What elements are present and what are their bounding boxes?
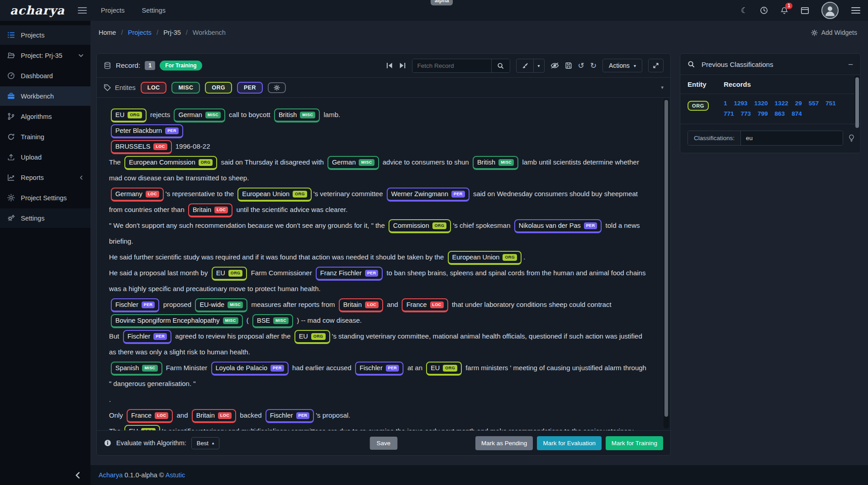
nav-link-settings[interactable]: Settings — [142, 7, 165, 14]
entity-annotation-per[interactable]: FischlerPER — [355, 362, 403, 376]
entity-annotation-org[interactable]: EUORG — [124, 425, 160, 430]
breadcrumb-prj-35[interactable]: Prj-35 — [163, 29, 181, 36]
record-link[interactable]: 863 — [775, 110, 785, 117]
record-link[interactable]: 771 — [724, 110, 734, 117]
entity-annotation-per[interactable]: FischlerPER — [266, 409, 314, 423]
entity-annotation-per[interactable]: FischlerPER — [123, 330, 171, 344]
entity-filter-misc[interactable]: MISC — [171, 82, 200, 94]
breadcrumb-home[interactable]: Home — [99, 29, 116, 36]
entity-annotation-per[interactable]: Loyola de PalacioPER — [211, 362, 289, 376]
panel-scrollbar-thumb[interactable] — [855, 77, 859, 128]
entity-annotation-loc[interactable]: GermanyLOC — [111, 188, 164, 202]
entity-annotation-misc[interactable]: Bovine Spongiform EncephalopathyMISC — [111, 314, 243, 328]
sidebar-item-settings[interactable]: Settings — [0, 208, 90, 228]
window-layout-icon[interactable] — [801, 7, 809, 14]
collapse-panel-button[interactable]: − — [848, 60, 853, 69]
collapse-sidebar-button[interactable] — [75, 472, 81, 479]
clock-icon[interactable] — [760, 6, 768, 14]
footer-app-link[interactable]: Acharya — [99, 471, 123, 479]
entity-filter-org[interactable]: ORG — [205, 82, 232, 94]
eye-slash-button[interactable] — [550, 62, 559, 69]
entity-annotation-per[interactable]: Franz FischlerPER — [316, 267, 383, 281]
avatar[interactable] — [821, 2, 839, 19]
sidebar-item-workbench[interactable]: Workbench — [0, 86, 90, 106]
entity-annotation-misc[interactable]: BritishMISC — [473, 156, 518, 170]
entity-annotation-misc[interactable]: SpanishMISC — [111, 362, 162, 376]
skip-start-button[interactable] — [386, 62, 393, 69]
record-link[interactable]: 1293 — [734, 100, 748, 107]
algorithm-select[interactable]: Best ▴ — [191, 437, 220, 449]
dark-mode-moon-icon[interactable]: ☾ — [741, 6, 748, 15]
sidebar-item-project-prj-35[interactable]: Project: Prj-35 — [0, 46, 90, 65]
sidebar-item-algorithms[interactable]: Algorithms — [0, 107, 90, 126]
save-icon-button[interactable] — [565, 62, 572, 69]
entity-annotation-loc[interactable]: FranceLOC — [127, 409, 173, 423]
mark-training-button[interactable]: Mark for Training — [606, 436, 663, 450]
sidebar-item-projects[interactable]: Projects — [0, 25, 90, 45]
entity-annotation-org[interactable]: CommissionORG — [389, 219, 451, 233]
fetch-record-input[interactable] — [413, 59, 491, 72]
undo-button[interactable]: ↺ — [578, 61, 584, 71]
save-button[interactable]: Save — [370, 437, 398, 450]
entity-annotation-misc[interactable]: GermanMISC — [327, 156, 379, 170]
entity-annotation-org[interactable]: EUORG — [111, 108, 147, 122]
entities-gear-button[interactable] — [268, 82, 286, 93]
entity-annotation-loc[interactable]: BritainLOC — [192, 409, 236, 423]
expand-button[interactable] — [648, 59, 664, 72]
entity-annotation-per[interactable]: FischlerPER — [111, 298, 159, 312]
entity-annotation-per[interactable]: Werner ZwingmannPER — [387, 188, 470, 202]
entity-annotation-org[interactable]: EUORG — [426, 362, 462, 376]
entity-annotation-org[interactable]: EUORG — [294, 330, 330, 344]
nav-link-projects[interactable]: Projects — [101, 7, 124, 14]
entity-annotation-org[interactable]: European CommissionORG — [124, 156, 217, 170]
entities-collapse-caret[interactable]: ▾ — [661, 85, 664, 90]
search-button[interactable] — [491, 59, 510, 72]
notifications-bell-icon[interactable]: 1 — [780, 6, 788, 15]
entity-annotation-per[interactable]: Nikolaus van der PasPER — [514, 219, 602, 233]
actions-button[interactable]: Actions ▾ — [602, 59, 642, 72]
mark-pending-button[interactable]: Mark as Pending — [475, 436, 533, 450]
breadcrumb-projects[interactable]: Projects — [128, 29, 152, 36]
brush-button[interactable] — [517, 59, 533, 72]
entity-annotation-loc[interactable]: BritainLOC — [339, 298, 383, 312]
record-link[interactable]: 29 — [795, 100, 802, 107]
record-link[interactable]: 799 — [758, 110, 768, 117]
entity-filter-per[interactable]: PER — [237, 82, 263, 94]
footer-company-link[interactable]: Astutic — [166, 471, 185, 479]
menu-icon[interactable] — [851, 7, 861, 14]
document-scrollbar-thumb[interactable] — [664, 100, 668, 417]
add-widgets-button[interactable]: Add Widgets — [811, 29, 857, 36]
sidebar-item-dashboard[interactable]: Dashboard — [0, 66, 90, 85]
classifications-input[interactable] — [741, 131, 843, 145]
sidebar-item-project-settings[interactable]: Project Settings — [0, 188, 90, 207]
redo-button[interactable]: ↻ — [590, 61, 597, 71]
record-link[interactable]: 1322 — [775, 100, 788, 107]
mark-evaluation-button[interactable]: Mark for Evaluation — [537, 436, 601, 450]
record-link[interactable]: 557 — [809, 100, 819, 107]
brush-caret-button[interactable]: ▾ — [533, 59, 544, 72]
sidebar-item-training[interactable]: Training — [0, 127, 90, 146]
app-logo[interactable]: acharya — [10, 4, 65, 17]
record-link[interactable]: 874 — [792, 110, 802, 117]
entity-annotation-loc[interactable]: FranceLOC — [402, 298, 448, 312]
entity-annotation-org[interactable]: European UnionORG — [448, 251, 522, 265]
entity-annotation-misc[interactable]: GermanMISC — [174, 108, 225, 122]
entity-annotation-misc[interactable]: BSEMISC — [252, 314, 293, 328]
entity-annotation-misc[interactable]: BritishMISC — [274, 108, 320, 122]
record-link[interactable]: 751 — [825, 100, 836, 107]
skip-end-button[interactable] — [399, 62, 406, 69]
entity-annotation-loc[interactable]: BritainLOC — [188, 203, 232, 217]
sidebar-item-reports[interactable]: Reports — [0, 168, 90, 187]
record-link[interactable]: 773 — [741, 110, 751, 117]
entity-filter-loc[interactable]: LOC — [141, 82, 167, 94]
record-link[interactable]: 1 — [724, 100, 727, 107]
entity-annotation-org[interactable]: EUORG — [212, 267, 247, 281]
entity-annotation-org[interactable]: European UnionORG — [237, 188, 312, 202]
entity-annotation-misc[interactable]: EU-wideMISC — [195, 298, 247, 312]
record-link[interactable]: 1320 — [754, 100, 768, 107]
sidebar-item-upload[interactable]: Upload — [0, 147, 90, 167]
lightbulb-icon[interactable] — [848, 134, 855, 142]
entity-annotation-per[interactable]: Peter BlackburnPER — [111, 124, 183, 138]
hamburger-menu-icon[interactable] — [77, 6, 87, 14]
entity-annotation-loc[interactable]: BRUSSELSLOC — [111, 140, 172, 154]
